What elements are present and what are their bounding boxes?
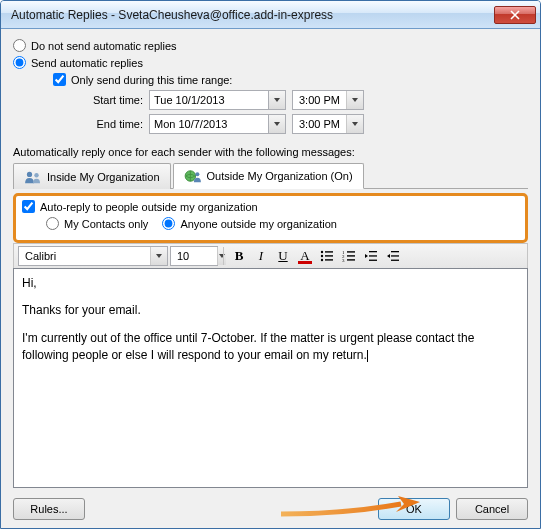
start-date-picker[interactable] — [269, 90, 286, 110]
send-label: Send automatic replies — [31, 57, 143, 69]
svg-point-6 — [321, 255, 323, 257]
start-time-combo[interactable]: 3:00 PM — [292, 90, 364, 110]
end-date-picker[interactable] — [269, 114, 286, 134]
svg-rect-13 — [347, 255, 355, 256]
globe-people-icon — [184, 169, 202, 183]
outside-options-highlight: Auto-reply to people outside my organiza… — [13, 193, 528, 243]
cancel-button[interactable]: Cancel — [456, 498, 528, 520]
svg-rect-9 — [325, 259, 333, 260]
dialog-window: Automatic Replies - SvetaCheusheva@offic… — [0, 0, 541, 529]
window-title: Automatic Replies - SvetaCheusheva@offic… — [11, 8, 494, 22]
start-time-row: Start time: Tue 10/1/2013 3:00 PM — [83, 90, 528, 110]
indent-button[interactable] — [383, 246, 403, 266]
bold-button[interactable]: B — [229, 246, 249, 266]
ok-button[interactable]: OK — [378, 498, 450, 520]
font-color-button[interactable]: A — [295, 246, 315, 266]
option-do-not-send[interactable]: Do not send automatic replies — [13, 39, 528, 52]
only-range-label: Only send during this time range: — [71, 74, 232, 86]
send-radio[interactable] — [13, 56, 26, 69]
font-arrow[interactable] — [150, 247, 167, 265]
size-arrow[interactable] — [217, 247, 226, 265]
text-cursor — [367, 350, 368, 362]
contacts-only-label: My Contacts only — [64, 218, 148, 230]
close-icon — [510, 10, 520, 20]
end-time-arrow[interactable] — [346, 115, 363, 133]
end-time-combo[interactable]: 3:00 PM — [292, 114, 364, 134]
end-time-row: End time: Mon 10/7/2013 3:00 PM — [83, 114, 528, 134]
anyone-label: Anyone outside my organization — [180, 218, 337, 230]
auto-reply-check[interactable] — [22, 200, 35, 213]
tab-inside-label: Inside My Organization — [47, 171, 160, 183]
do-not-send-radio[interactable] — [13, 39, 26, 52]
tab-outside[interactable]: Outside My Organization (On) — [173, 163, 364, 189]
svg-rect-17 — [369, 255, 377, 256]
section-text: Automatically reply once for each sender… — [13, 146, 528, 158]
titlebar: Automatic Replies - SvetaCheusheva@offic… — [1, 1, 540, 29]
format-toolbar: Calibri 10 B I U A 123 — [13, 243, 528, 268]
chevron-down-icon — [351, 96, 359, 104]
message-editor[interactable]: Hi, Thanks for your email. I'm currently… — [13, 268, 528, 488]
italic-button[interactable]: I — [251, 246, 271, 266]
chevron-down-icon — [273, 96, 281, 104]
underline-button[interactable]: U — [273, 246, 293, 266]
bullet-list-button[interactable] — [317, 246, 337, 266]
start-date-input[interactable]: Tue 10/1/2013 — [149, 90, 269, 110]
start-time-value: 3:00 PM — [293, 94, 346, 106]
svg-point-0 — [27, 171, 32, 176]
svg-point-1 — [34, 173, 38, 177]
end-label: End time: — [83, 118, 143, 130]
editor-line: Hi, — [22, 275, 519, 292]
size-combo[interactable]: 10 — [170, 246, 218, 266]
svg-rect-16 — [369, 251, 377, 252]
svg-rect-7 — [325, 255, 333, 256]
tab-inside[interactable]: Inside My Organization — [13, 163, 171, 189]
tabs: Inside My Organization Outside My Organi… — [13, 162, 528, 189]
svg-rect-5 — [325, 251, 333, 252]
end-time-value: 3:00 PM — [293, 118, 346, 130]
color-bar — [298, 261, 312, 264]
svg-point-8 — [321, 259, 323, 261]
svg-rect-15 — [347, 259, 355, 260]
close-button[interactable] — [494, 6, 536, 24]
option-only-range[interactable]: Only send during this time range: — [53, 73, 528, 86]
tab-outside-label: Outside My Organization (On) — [207, 170, 353, 182]
editor-line: Thanks for your email. — [22, 302, 519, 319]
svg-rect-19 — [391, 251, 399, 252]
option-anyone[interactable]: Anyone outside my organization — [162, 217, 337, 230]
start-time-arrow[interactable] — [346, 91, 363, 109]
people-inside-icon — [24, 170, 42, 184]
number-list-button[interactable]: 123 — [339, 246, 359, 266]
chevron-down-icon — [155, 252, 163, 260]
end-date-input[interactable]: Mon 10/7/2013 — [149, 114, 269, 134]
svg-rect-18 — [369, 260, 377, 261]
svg-point-4 — [321, 251, 323, 253]
chevron-down-icon — [218, 252, 226, 260]
rules-button[interactable]: Rules... — [13, 498, 85, 520]
font-combo[interactable]: Calibri — [18, 246, 168, 266]
option-contacts-only[interactable]: My Contacts only — [46, 217, 148, 230]
separator — [223, 247, 224, 265]
anyone-radio[interactable] — [162, 217, 175, 230]
only-range-check[interactable] — [53, 73, 66, 86]
option-send[interactable]: Send automatic replies — [13, 56, 528, 69]
editor-line: I'm currently out of the office until 7-… — [22, 330, 519, 365]
font-value: Calibri — [19, 250, 150, 262]
outdent-button[interactable] — [361, 246, 381, 266]
svg-rect-21 — [391, 260, 399, 261]
svg-point-3 — [195, 172, 199, 176]
start-label: Start time: — [83, 94, 143, 106]
contacts-only-radio[interactable] — [46, 217, 59, 230]
chevron-down-icon — [351, 120, 359, 128]
svg-rect-11 — [347, 251, 355, 252]
auto-reply-label: Auto-reply to people outside my organiza… — [40, 201, 258, 213]
do-not-send-label: Do not send automatic replies — [31, 40, 177, 52]
chevron-down-icon — [273, 120, 281, 128]
auto-reply-outside[interactable]: Auto-reply to people outside my organiza… — [22, 200, 519, 213]
size-value: 10 — [171, 250, 217, 262]
svg-text:3: 3 — [342, 258, 345, 263]
svg-rect-20 — [391, 255, 399, 256]
footer: Rules... OK Cancel — [13, 488, 528, 520]
